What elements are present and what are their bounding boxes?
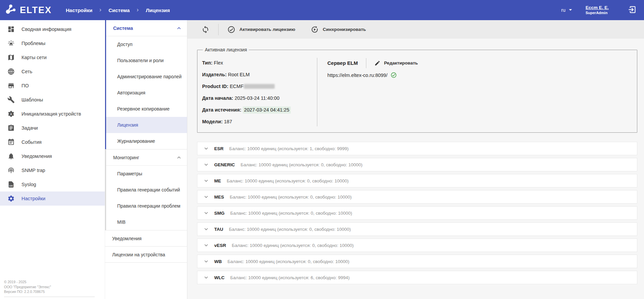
license-balance: Баланс: 10000 единиц (используется: 0, с… xyxy=(232,243,354,248)
submenu-item-password-admin[interactable]: Администрирование паролей xyxy=(106,69,187,85)
submenu-header-device-licenses[interactable]: Лицензии на устройства xyxy=(105,247,187,263)
activate-license-label: Активировать лицензию xyxy=(239,27,295,32)
eltex-molecule-icon xyxy=(5,3,17,17)
sidebar-item-events[interactable]: События xyxy=(0,135,105,149)
sidebar-item-problems[interactable]: Проблемы xyxy=(0,36,105,50)
elm-server-title: Сервер ELM xyxy=(327,60,358,66)
synchronize-button[interactable]: Синхронизировать xyxy=(311,26,366,34)
gear-a-icon: A xyxy=(7,110,15,118)
breadcrumb-item-license[interactable]: Лицензия xyxy=(146,7,170,13)
submenu-header-notifications[interactable]: Уведомления xyxy=(105,230,187,247)
sidebar-item-templates[interactable]: Шаблоны xyxy=(0,93,105,107)
sidebar-item-label: Syslog xyxy=(21,182,36,187)
breadcrumb: Настройки Система Лицензия xyxy=(66,7,170,13)
sidebar-item-label: SNMP trap xyxy=(21,168,45,173)
section-title: Система xyxy=(113,26,133,31)
license-field-expiry-date: Дата истечения: 2027-03-24 04:41:25 xyxy=(202,104,317,116)
user-menu[interactable]: Eccm E. E. SuperAdmin xyxy=(586,5,609,15)
log-file-icon: LOG xyxy=(7,181,15,188)
sidebar: Сводная информация Проблемы Карты сети С… xyxy=(0,20,105,299)
submenu-item-problem-rules[interactable]: Правила генерации проблем xyxy=(106,198,187,214)
license-field-type: Тип: Flex xyxy=(202,57,317,69)
edit-server-button[interactable]: Редактировать xyxy=(374,60,418,66)
license-name: SMG xyxy=(214,211,225,216)
section-title: Мониторинг xyxy=(113,155,139,160)
content-area: Активная лицензия Тип: Flex Издатель: Ro… xyxy=(187,39,644,299)
license-balance: Баланс: 10000 единиц (используется: 0, с… xyxy=(229,227,351,232)
submenu-section-system: Система Доступ Пользователи и роли Админ… xyxy=(105,20,187,149)
license-row-esr[interactable]: ESR Баланс: 10000 единиц (используется: … xyxy=(197,142,637,155)
main-content: Активировать лицензию Синхронизировать А… xyxy=(187,20,644,299)
submenu-item-backup[interactable]: Резервное копирование xyxy=(106,101,187,117)
submenu-item-users-roles[interactable]: Пользователи и роли xyxy=(106,52,187,69)
submenu-item-event-rules[interactable]: Правила генерации событий xyxy=(106,182,187,198)
sidebar-item-label: Инициализация устройств xyxy=(21,111,81,117)
sidebar-item-snmp-trap[interactable]: SNMP trap xyxy=(0,163,105,177)
license-info-column: Тип: Flex Издатель: Root ELM Product ID:… xyxy=(202,54,317,128)
sidebar-item-label: Сеть xyxy=(21,69,32,74)
submenu-header-system[interactable]: Система xyxy=(106,20,187,36)
sync-play-icon xyxy=(311,26,319,34)
license-row-smg[interactable]: SMG Баланс: 10000 единиц (используется: … xyxy=(197,206,637,220)
license-type-list: ESR Баланс: 10000 единиц (используется: … xyxy=(197,142,637,284)
submenu-item-parameters[interactable]: Параметры xyxy=(106,166,187,182)
license-row-generic[interactable]: GENERIC Баланс: 10000 единиц (использует… xyxy=(197,158,637,171)
license-row-wb[interactable]: WB Баланс: 10000 единиц (используется: 0… xyxy=(197,255,637,268)
activate-license-button[interactable]: Активировать лицензию xyxy=(227,26,295,34)
map-icon xyxy=(7,54,15,61)
sidebar-item-summary[interactable]: Сводная информация xyxy=(0,22,105,36)
language-selector[interactable]: ru xyxy=(561,6,574,14)
license-row-vesr[interactable]: vESR Баланс: 10000 единиц (используется:… xyxy=(197,239,637,252)
license-row-me[interactable]: ME Баланс: 10000 единиц (используется: 0… xyxy=(197,174,637,187)
sidebar-item-syslog[interactable]: LOG Syslog xyxy=(0,177,105,191)
toolbar-divider xyxy=(218,24,219,35)
submenu-item-authorization[interactable]: Авторизация xyxy=(106,85,187,101)
chevron-down-icon xyxy=(203,210,210,216)
settings-submenu: Система Доступ Пользователи и роли Админ… xyxy=(105,20,187,299)
sidebar-item-label: Проблемы xyxy=(21,41,45,46)
sidebar-item-label: События xyxy=(21,139,42,145)
breadcrumb-item-system[interactable]: Система xyxy=(108,7,130,13)
license-balance: Баланс: 10000 единиц (используется: 0, с… xyxy=(227,178,349,183)
chevron-down-icon xyxy=(203,226,210,232)
license-field-product-id: Product ID: ECMF xyxy=(202,81,317,92)
server-url-link[interactable]: https://elm.eltex-co.ru:8099/ xyxy=(327,73,387,78)
eltex-logo[interactable]: ELTEX xyxy=(5,3,52,17)
redacted-product-id xyxy=(244,84,275,89)
gear-icon xyxy=(7,195,15,202)
submenu-item-journaling[interactable]: Журналирование xyxy=(106,133,187,149)
submenu-item-mib[interactable]: MIB xyxy=(106,214,187,230)
license-balance: Баланс: 10000 единиц (используется: 1, с… xyxy=(229,146,349,151)
breadcrumb-item-settings[interactable]: Настройки xyxy=(66,7,92,13)
chevron-down-icon xyxy=(203,258,210,265)
svg-text:A: A xyxy=(10,113,12,115)
license-row-tau[interactable]: TAU Баланс: 10000 единиц (используется: … xyxy=(197,222,637,236)
dashboard-icon xyxy=(7,26,15,33)
check-circle-icon xyxy=(227,26,235,34)
license-balance: Баланс: 10000 единиц (используется: 0, с… xyxy=(230,195,352,200)
sidebar-item-network[interactable]: Сеть xyxy=(0,65,105,79)
user-role: SuperAdmin xyxy=(586,11,609,15)
server-divider xyxy=(366,58,366,68)
app-body: Сводная информация Проблемы Карты сети С… xyxy=(0,20,644,299)
license-row-mes[interactable]: MES Баланс: 10000 единиц (используется: … xyxy=(197,190,637,204)
sidebar-item-settings[interactable]: Настройки xyxy=(0,191,105,206)
field-value: ECMF xyxy=(230,84,243,89)
sidebar-item-device-init[interactable]: A Инициализация устройств xyxy=(0,107,105,121)
sidebar-item-network-maps[interactable]: Карты сети xyxy=(0,50,105,65)
sidebar-item-software[interactable]: ПО xyxy=(0,79,105,93)
calendar-icon xyxy=(7,138,15,146)
logout-button[interactable] xyxy=(628,5,637,15)
user-name: Eccm E. E. xyxy=(586,5,609,11)
submenu-item-access[interactable]: Доступ xyxy=(106,36,187,52)
license-row-wlc[interactable]: WLC Баланс: 10000 единиц (используется: … xyxy=(197,271,637,284)
license-field-issuer: Издатель: Root ELM xyxy=(202,69,317,81)
sidebar-item-tasks[interactable]: Задачи xyxy=(0,121,105,135)
field-value: Flex xyxy=(214,60,223,66)
company-text: ООО "Предприятие "Элтекс" xyxy=(4,285,105,290)
refresh-button[interactable] xyxy=(201,26,210,34)
submenu-item-license[interactable]: Лицензия xyxy=(106,117,187,133)
siren-icon xyxy=(7,40,15,47)
submenu-header-monitoring[interactable]: Мониторинг xyxy=(106,150,187,166)
sidebar-item-notifications[interactable]: Уведомления xyxy=(0,149,105,163)
